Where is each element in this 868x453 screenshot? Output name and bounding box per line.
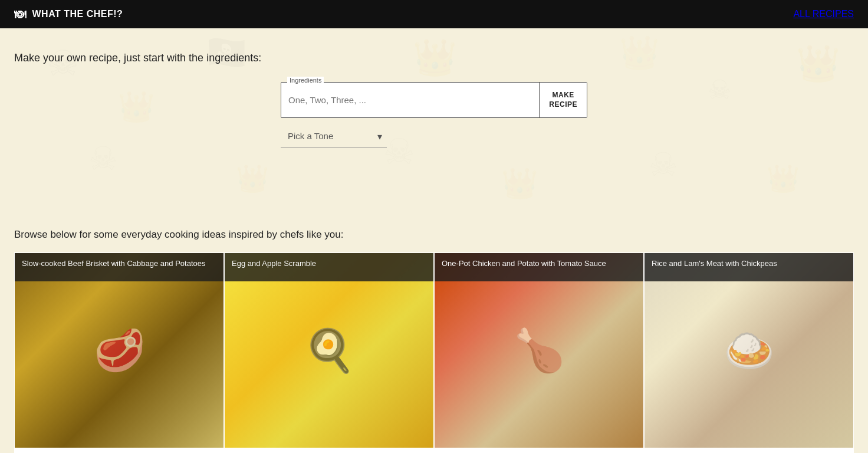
svg-text:👑: 👑	[767, 163, 800, 195]
tone-select-wrapper: Pick a Tone Casual Formal Funny Professi…	[281, 125, 587, 147]
ingredients-label: Ingredients	[287, 77, 324, 84]
hero-section: ☠ 👑 🏴‍☠️ ☠ 👑 ☠ 👑 ☠ 👑 ☠ 👑 ☠ 👑 ☠ 👑 Make yo…	[0, 28, 868, 211]
ingredients-field-wrapper: Ingredients MAKERECIPE	[281, 82, 587, 118]
recipe-title-bar: Rice and Lam's Meat with Chickpeas	[645, 253, 853, 281]
tone-dropdown-container: Pick a Tone Casual Formal Funny Professi…	[281, 125, 387, 147]
recipe-title-bar: Slow-cooked Beef Brisket with Cabbage an…	[15, 253, 223, 281]
recipe-image: 🍳	[225, 253, 433, 448]
main-nav: ALL RECIPES	[793, 9, 854, 19]
make-recipe-button[interactable]: MAKERECIPE	[539, 83, 587, 117]
recipe-card: Rice and Lam's Meat with Chickpeas 🍛 VIE…	[644, 252, 854, 453]
svg-text:👑: 👑	[501, 166, 538, 201]
recipe-card-footer: VIEW RECIPE ★★★★★	[645, 448, 853, 453]
recipe-title: Rice and Lam's Meat with Chickpeas	[652, 259, 777, 268]
food-icon: 🍳	[304, 326, 355, 375]
svg-text:👑: 👑	[619, 34, 660, 72]
svg-text:👑: 👑	[413, 37, 457, 78]
brand-name: WHAT THE CHEF!?	[32, 9, 123, 19]
food-icon: 🍛	[724, 326, 775, 375]
recipe-title: Slow-cooked Beef Brisket with Cabbage an…	[22, 259, 205, 268]
recipe-title-bar: Egg and Apple Scramble	[225, 253, 433, 281]
recipe-title: One-Pot Chicken and Potato with Tomato S…	[442, 259, 606, 268]
recipe-image: 🍗	[435, 253, 643, 448]
svg-text:👑: 👑	[796, 42, 840, 84]
food-icon: 🥩	[94, 326, 145, 375]
browse-section: Browse below for some everyday cooking i…	[0, 211, 868, 453]
all-recipes-link[interactable]: ALL RECIPES	[793, 9, 854, 19]
recipe-card-footer: VIEW RECIPE ★★★★★	[225, 448, 433, 453]
recipe-title-bar: One-Pot Chicken and Potato with Tomato S…	[435, 253, 643, 281]
recipe-card: One-Pot Chicken and Potato with Tomato S…	[434, 252, 644, 453]
recipe-card: Egg and Apple Scramble 🍳 VIEW RECIPE ★★★…	[224, 252, 434, 453]
header: 🍽 WHAT THE CHEF!? ALL RECIPES	[0, 0, 868, 28]
recipe-card-footer: VIEW RECIPE ★★★★★	[435, 448, 643, 453]
tone-select[interactable]: Pick a Tone Casual Formal Funny Professi…	[281, 125, 387, 147]
chef-icon: 🍽	[14, 8, 27, 21]
recipe-title: Egg and Apple Scramble	[232, 259, 316, 268]
recipe-image: 🥩	[15, 253, 223, 448]
recipe-image: 🍛	[645, 253, 853, 448]
svg-text:👑: 👑	[236, 163, 269, 195]
hero-title: Make your own recipe, just start with th…	[14, 52, 261, 64]
brand: 🍽 WHAT THE CHEF!?	[14, 8, 123, 21]
browse-title: Browse below for some everyday cooking i…	[14, 229, 854, 241]
recipe-cards-grid: Slow-cooked Beef Brisket with Cabbage an…	[14, 252, 854, 453]
svg-text:☠: ☠	[649, 146, 678, 183]
ingredients-input[interactable]	[281, 87, 539, 113]
recipe-card: Slow-cooked Beef Brisket with Cabbage an…	[14, 252, 224, 453]
food-icon: 🍗	[514, 326, 565, 375]
recipe-card-footer: VIEW RECIPE ★★★★★	[15, 448, 223, 453]
ingredients-form: Ingredients MAKERECIPE Pick a Tone Casua…	[14, 82, 854, 147]
